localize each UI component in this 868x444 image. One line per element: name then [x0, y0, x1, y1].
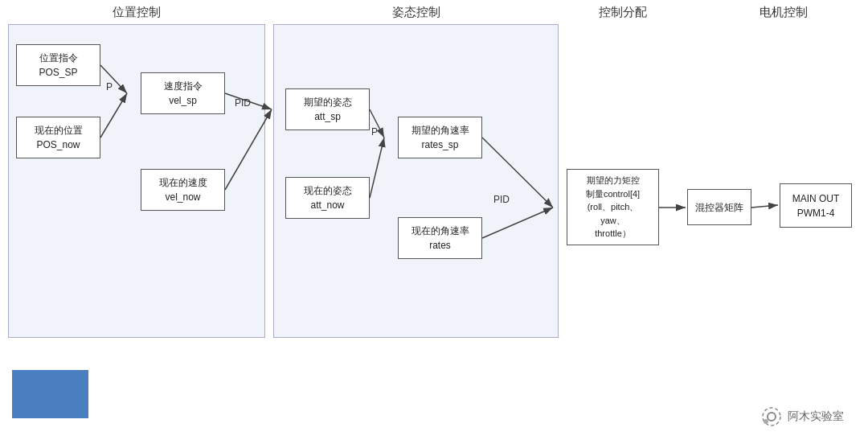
- box-vel-now: 现在的速度 vel_now: [141, 169, 225, 211]
- section-position-control: 位置控制: [8, 5, 265, 20]
- box-rates-sp: 期望的角速率 rates_sp: [398, 117, 482, 158]
- box-vel-sp: 速度指令 vel_sp: [141, 72, 225, 114]
- box-rates: 现在的角速率 rates: [398, 217, 482, 259]
- box-mixer: 混控器矩阵: [687, 189, 751, 225]
- section-motor-control: 电机控制: [723, 5, 844, 20]
- box-att-now: 现在的姿态 att_now: [285, 177, 370, 219]
- logo-icon: [760, 405, 783, 428]
- svg-point-15: [768, 413, 776, 421]
- svg-line-14: [751, 205, 778, 208]
- box-att-sp: 期望的姿态 att_sp: [285, 88, 370, 130]
- section-control-distribution: 控制分配: [563, 5, 683, 20]
- logo-area: 阿木实验室: [760, 405, 844, 428]
- section-attitude-control: 姿态控制: [273, 5, 559, 20]
- box-pos-sp: 位置指令 POS_SP: [16, 44, 100, 86]
- logo-text: 阿木实验室: [788, 409, 844, 424]
- box-main-out: MAIN OUT PWM1-4: [780, 183, 852, 228]
- blue-square-legend: [12, 370, 88, 418]
- box-control: 期望的力矩控 制量control[4] (roll、pitch、 yaw、 th…: [567, 169, 659, 245]
- box-pos-now: 现在的位置 POS_now: [16, 117, 100, 158]
- svg-point-17: [764, 419, 768, 424]
